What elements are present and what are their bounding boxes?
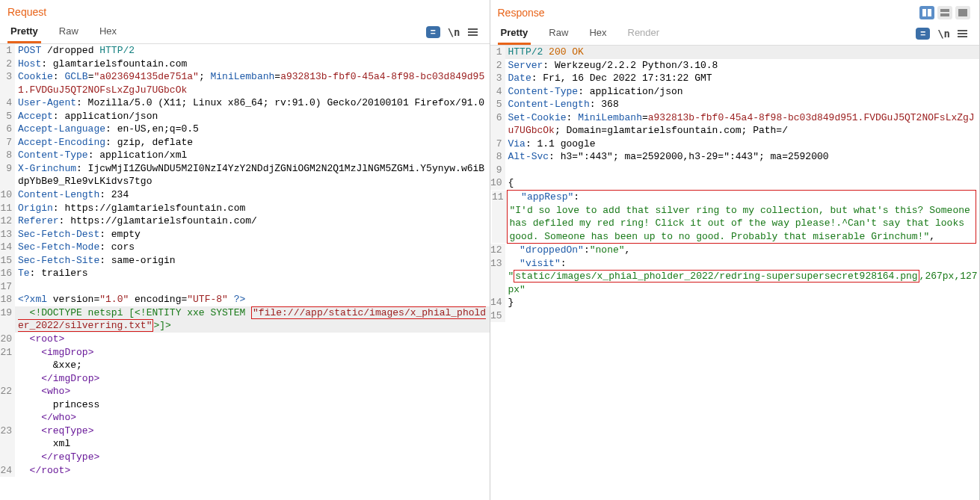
code-line: 11Origin: https://glamtarielsfountain.co…: [0, 202, 490, 215]
code-line: 8Content-Type: application/xml: [0, 149, 490, 162]
code-text: <root>: [15, 333, 490, 346]
line-number: [0, 398, 15, 412]
line-number: 6: [0, 123, 15, 136]
code-line: 14Sec-Fetch-Mode: cors: [0, 241, 490, 254]
request-pane: Request Pretty Raw Hex = \n 1POST /dropp…: [0, 0, 490, 500]
menu-icon[interactable]: [958, 30, 967, 37]
code-line: 12Referer: https://glamtarielsfountain.c…: [0, 214, 490, 228]
code-text: Content-Length: 234: [15, 188, 490, 202]
line-number: 9: [0, 162, 15, 188]
code-line: 3Cookie: GCLB="a023694135de751a"; MiniLe…: [0, 70, 490, 96]
line-number: 1: [0, 44, 15, 58]
newline-toggle[interactable]: \n: [937, 28, 950, 40]
code-line: </who>: [0, 411, 490, 425]
code-line: </reqType>: [0, 451, 490, 464]
code-text: Content-Length: 368: [505, 98, 980, 111]
line-number: [0, 437, 15, 451]
code-text: <imgDrop>: [15, 346, 490, 359]
code-line: 7Via: 1.1 google: [490, 138, 980, 151]
line-number: 18: [0, 293, 15, 306]
line-number: 4: [490, 85, 505, 99]
tab-raw[interactable]: Raw: [546, 22, 571, 45]
line-number: 14: [490, 296, 505, 309]
tab-pretty[interactable]: Pretty: [498, 22, 531, 45]
line-number: 20: [0, 333, 15, 346]
code-text: Date: Fri, 16 Dec 2022 17:31:22 GMT: [505, 72, 980, 85]
code-text: HTTP/2 200 OK: [505, 46, 980, 59]
menu-icon[interactable]: [468, 28, 478, 36]
line-number: 3: [490, 72, 505, 85]
code-line: </imgDrop>: [0, 372, 490, 386]
tab-hex[interactable]: Hex: [586, 22, 609, 45]
line-number: 17: [0, 280, 15, 294]
request-tabs: Pretty Raw Hex = \n: [0, 21, 490, 44]
line-number: 24: [0, 464, 15, 478]
line-number: 6: [490, 111, 505, 138]
line-number: [490, 270, 505, 296]
tab-pretty[interactable]: Pretty: [7, 21, 41, 43]
code-line: 15Sec-Fetch-Site: same-origin: [0, 254, 490, 268]
code-line: 11 "appResp":: [508, 191, 976, 204]
line-number: 2: [490, 59, 505, 72]
code-line: 22 <who>: [0, 385, 490, 398]
code-line: 5Accept: application/json: [0, 110, 490, 123]
code-text: Alt-Svc: h3=":443"; ma=2592000,h3-29=":4…: [505, 150, 980, 164]
line-number: 3: [0, 70, 15, 96]
view-controls: [916, 3, 973, 22]
code-line: 19 <!DOCTYPE netspi [<!ENTITY xxe SYSTEM…: [0, 306, 490, 333]
tab-hex[interactable]: Hex: [96, 21, 120, 43]
request-content[interactable]: 1POST /dropped HTTP/22Host: glamtarielsf…: [0, 44, 490, 500]
eq-toggle[interactable]: =: [916, 28, 930, 40]
line-number: 9: [490, 164, 505, 177]
line-number: 12: [490, 244, 505, 257]
svg-rect-2: [940, 9, 949, 12]
svg-rect-0: [922, 9, 926, 16]
request-toolbar: = \n: [426, 21, 482, 43]
line-number: [0, 411, 15, 425]
view-split-icon[interactable]: [919, 6, 934, 19]
line-number: 13: [490, 257, 505, 271]
code-text: Sec-Fetch-Dest: empty: [15, 228, 490, 241]
line-number: 12: [0, 214, 15, 228]
code-line: "I'd so love to add that silver ring to …: [508, 204, 976, 244]
code-text: Origin: https://glamtarielsfountain.com: [15, 202, 490, 215]
code-line: 24 </root>: [0, 464, 490, 478]
view-single-icon[interactable]: [955, 6, 970, 19]
code-text: {: [505, 176, 980, 190]
tab-render[interactable]: Render: [625, 22, 663, 45]
code-line: 13Sec-Fetch-Dest: empty: [0, 228, 490, 241]
code-line: 12 "droppedOn":"none",: [490, 244, 980, 257]
tab-raw[interactable]: Raw: [56, 21, 81, 43]
code-line: 9: [490, 164, 980, 177]
line-number: 11: [0, 202, 15, 215]
view-stack-icon[interactable]: [937, 6, 952, 19]
line-number: [492, 204, 507, 244]
newline-toggle[interactable]: \n: [448, 26, 460, 38]
code-line: 13 "visit":: [490, 257, 980, 271]
line-number: 15: [490, 309, 505, 323]
line-number: 8: [490, 150, 505, 164]
line-number: 19: [0, 306, 15, 333]
line-number: 13: [0, 228, 15, 241]
code-text: X-Grinchum: IjcwMjI1ZGUwNDU5M2I0NzI4YzY2…: [15, 162, 490, 188]
line-number: 23: [0, 425, 15, 438]
code-text: <reqType>: [15, 425, 490, 438]
code-line: 7Accept-Encoding: gzip, deflate: [0, 136, 490, 149]
code-text: Referer: https://glamtarielsfountain.com…: [15, 214, 490, 228]
code-text: Accept: application/json: [15, 110, 490, 123]
response-tabs: Pretty Raw Hex Render = \n: [490, 22, 980, 46]
response-content[interactable]: 1HTTP/2 200 OK2Server: Werkzeug/2.2.2 Py…: [490, 46, 980, 500]
svg-rect-1: [928, 9, 931, 16]
response-header: Response: [490, 0, 980, 22]
code-text: </reqType>: [15, 451, 490, 464]
line-number: [0, 359, 15, 372]
line-number: 5: [0, 110, 15, 123]
code-text: </who>: [15, 411, 490, 425]
line-number: 8: [0, 149, 15, 162]
code-text: Sec-Fetch-Mode: cors: [15, 241, 490, 254]
code-text: User-Agent: Mozilla/5.0 (X11; Linux x86_…: [15, 96, 490, 110]
line-number: [0, 372, 15, 386]
line-number: 10: [0, 188, 15, 202]
eq-toggle[interactable]: =: [426, 26, 440, 38]
code-text: Server: Werkzeug/2.2.2 Python/3.10.8: [505, 59, 980, 72]
